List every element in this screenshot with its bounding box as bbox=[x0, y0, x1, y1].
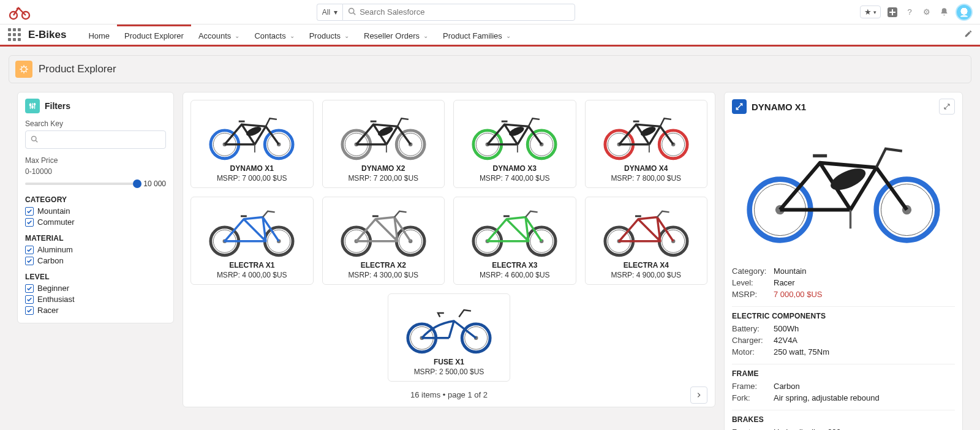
nav-item-label: Contacts bbox=[254, 31, 285, 40]
product-msrp: MSRP: 4 300,00 $US bbox=[328, 271, 440, 279]
product-tile[interactable]: ELECTRA X4MSRP: 4 900,00 $US bbox=[585, 197, 708, 285]
svg-point-7 bbox=[21, 67, 26, 72]
checkbox-icon bbox=[25, 306, 34, 315]
nav-item-label: Products bbox=[309, 31, 341, 40]
product-name: FUSE X1 bbox=[393, 358, 505, 366]
svg-point-10 bbox=[34, 104, 35, 105]
checkbox-icon bbox=[25, 284, 34, 293]
product-image bbox=[459, 105, 571, 160]
checkbox-label: Beginner bbox=[37, 284, 69, 293]
chevron-down-icon: ⌄ bbox=[290, 32, 295, 39]
svg-point-5 bbox=[962, 9, 966, 12]
detail-value: 500Wh bbox=[774, 324, 799, 333]
svg-line-12 bbox=[36, 140, 37, 142]
max-price-range: 0-10000 bbox=[25, 167, 166, 176]
product-image bbox=[590, 105, 703, 160]
search-input[interactable] bbox=[360, 7, 570, 17]
nav-item-contacts[interactable]: Contacts⌄ bbox=[247, 25, 301, 45]
product-tile[interactable]: ELECTRA X1MSRP: 4 000,00 $US bbox=[190, 197, 314, 285]
app-launcher-icon[interactable] bbox=[6, 27, 22, 43]
bell-icon[interactable] bbox=[938, 7, 949, 18]
pager-next-button[interactable] bbox=[690, 387, 707, 404]
checkbox-enthusiast[interactable]: Enthusiast bbox=[25, 295, 166, 304]
detail-row: Frame:Carbon bbox=[732, 380, 955, 392]
product-image bbox=[196, 105, 308, 160]
product-tile[interactable]: DYNAMO X4MSRP: 7 800,00 $US bbox=[585, 100, 708, 188]
product-tile[interactable]: FUSE X1MSRP: 2 500,00 $US bbox=[388, 293, 511, 382]
checkbox-aluminum[interactable]: Aluminum bbox=[25, 245, 166, 254]
detail-row: Category:Mountain bbox=[732, 265, 955, 277]
app-name: E-Bikes bbox=[28, 29, 66, 41]
nav-item-product-explorer[interactable]: Product Explorer bbox=[117, 25, 191, 45]
search-icon bbox=[348, 7, 356, 17]
nav-item-accounts[interactable]: Accounts⌄ bbox=[191, 25, 247, 45]
product-tile[interactable]: DYNAMO X1MSRP: 7 000,00 $US bbox=[190, 100, 314, 188]
nav-item-product-families[interactable]: Product Families⌄ bbox=[435, 25, 518, 45]
checkbox-racer[interactable]: Racer bbox=[25, 306, 166, 315]
detail-row: MSRP:7 000,00 $US bbox=[732, 289, 955, 300]
detail-value: 42V4A bbox=[774, 336, 797, 345]
svg-point-11 bbox=[32, 136, 37, 141]
checkbox-label: Aluminum bbox=[37, 245, 73, 254]
search-key-label: Search Key bbox=[25, 119, 166, 128]
checkbox-label: Mountain bbox=[37, 206, 70, 216]
product-name: ELECTRA X4 bbox=[590, 261, 703, 270]
nav-item-reseller-orders[interactable]: Reseller Orders⌄ bbox=[356, 25, 435, 45]
max-price-value: 10 000 bbox=[143, 179, 166, 188]
filters-panel: Filters Search Key Max Price 0-10000 10 … bbox=[17, 92, 174, 323]
header-utility-icons: ★▾ ? ⚙ bbox=[860, 4, 973, 21]
nav-item-products[interactable]: Products⌄ bbox=[302, 25, 356, 45]
detail-key: Motor: bbox=[732, 347, 774, 356]
checkbox-label: Commuter bbox=[37, 217, 75, 227]
product-grid-panel: DYNAMO X1MSRP: 7 000,00 $US DYNAMO X2MSR… bbox=[183, 92, 715, 407]
search-key-input[interactable] bbox=[38, 135, 160, 145]
checkbox-mountain[interactable]: Mountain bbox=[25, 206, 166, 216]
nav-item-label: Product Explorer bbox=[124, 31, 184, 40]
favorites-button[interactable]: ★▾ bbox=[860, 6, 881, 18]
product-tile[interactable]: DYNAMO X2MSRP: 7 200,00 $US bbox=[322, 100, 445, 188]
detail-key: Frame: bbox=[732, 382, 774, 391]
checkbox-commuter[interactable]: Commuter bbox=[25, 217, 166, 227]
gear-icon[interactable]: ⚙ bbox=[921, 7, 932, 18]
checkbox-icon bbox=[25, 246, 34, 254]
page-title: Product Explorer bbox=[39, 63, 116, 75]
product-tile[interactable]: ELECTRA X3MSRP: 4 600,00 $US bbox=[453, 197, 576, 285]
svg-line-3 bbox=[353, 12, 355, 14]
product-image bbox=[328, 105, 440, 160]
checkbox-carbon[interactable]: Carbon bbox=[25, 256, 166, 265]
product-image bbox=[459, 202, 571, 257]
chevron-down-icon: ▾ bbox=[334, 8, 337, 17]
product-msrp: MSRP: 4 600,00 $US bbox=[459, 271, 571, 279]
help-icon[interactable]: ? bbox=[904, 7, 915, 18]
detail-panel: DYNAMO X1 Category:MountainLevel:RacerMS… bbox=[724, 92, 963, 430]
search-scope-dropdown[interactable]: All ▾ bbox=[317, 4, 342, 21]
product-name: ELECTRA X2 bbox=[328, 261, 440, 270]
edit-nav-icon[interactable] bbox=[964, 29, 973, 40]
max-price-slider[interactable] bbox=[25, 183, 137, 185]
detail-row: Charger:42V4A bbox=[732, 334, 955, 346]
user-avatar[interactable] bbox=[956, 4, 973, 21]
pager-summary: 16 items • page 1 of 2 bbox=[410, 390, 488, 399]
filters-title: Filters bbox=[45, 101, 70, 111]
detail-key: Level: bbox=[732, 278, 774, 287]
expand-button[interactable] bbox=[939, 99, 955, 115]
detail-value: Mountain bbox=[774, 266, 806, 276]
detail-value: Hydraulic disc, 200mm bbox=[774, 428, 854, 430]
add-icon[interactable] bbox=[887, 7, 898, 18]
product-tile[interactable]: DYNAMO X3MSRP: 7 400,00 $US bbox=[453, 100, 576, 188]
detail-row: Battery:500Wh bbox=[732, 323, 955, 334]
svg-point-2 bbox=[349, 8, 354, 13]
detail-key: Fork: bbox=[732, 393, 774, 402]
chevron-down-icon: ⌄ bbox=[344, 32, 349, 39]
detail-title: DYNAMO X1 bbox=[752, 102, 806, 112]
app-nav: E-Bikes HomeProduct ExplorerAccounts⌄Con… bbox=[0, 25, 980, 47]
nav-item-home[interactable]: Home bbox=[81, 25, 117, 45]
slider-thumb[interactable] bbox=[133, 179, 141, 188]
search-input-wrap bbox=[342, 4, 575, 21]
checkbox-beginner[interactable]: Beginner bbox=[25, 284, 166, 293]
detail-key: MSRP: bbox=[732, 290, 774, 299]
pager: 16 items • page 1 of 2 bbox=[190, 390, 707, 399]
product-tile[interactable]: ELECTRA X2MSRP: 4 300,00 $US bbox=[322, 197, 445, 285]
checkbox-label: Enthusiast bbox=[37, 295, 75, 304]
chevron-down-icon: ⌄ bbox=[423, 32, 428, 39]
